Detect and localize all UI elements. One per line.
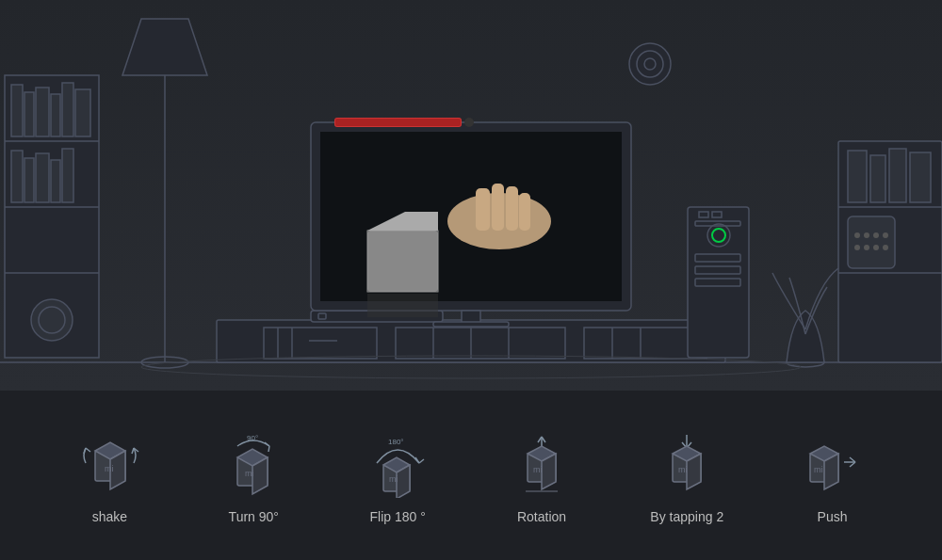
svg-rect-9 [62,83,73,136]
svg-rect-6 [24,92,34,136]
svg-rect-11 [11,151,23,202]
svg-rect-23 [264,328,377,359]
svg-rect-8 [51,94,60,136]
flip180-label: Flip 180 ° [369,509,425,524]
svg-rect-5 [11,85,23,136]
svg-point-76 [854,245,860,250]
svg-rect-13 [36,153,49,202]
rotation-label: Rotation [517,509,566,524]
action-turn90: 90° mi Turn 90° [219,427,289,524]
tapping2-label: By tapping 2 [650,509,723,524]
svg-point-73 [864,232,869,238]
action-tapping2: mi By tapping 2 [650,427,723,524]
svg-point-52 [464,118,474,127]
svg-text:mi: mi [389,474,398,484]
action-bar: mi shake 90° [0,391,942,560]
svg-text:mi: mi [814,465,823,474]
tapping2-icon: mi [652,427,723,498]
svg-rect-67 [848,151,867,202]
shake-icon: mi [74,427,145,498]
svg-text:90°: 90° [247,434,258,442]
svg-rect-14 [51,160,60,202]
svg-text:mi: mi [678,465,688,474]
svg-rect-27 [396,328,565,359]
svg-point-16 [31,299,73,341]
svg-rect-51 [335,119,461,126]
push-icon: mi [797,427,868,498]
svg-rect-10 [75,89,90,136]
svg-text:mi: mi [245,469,254,478]
svg-rect-54 [433,322,509,327]
svg-rect-40 [367,231,438,292]
rotation-icon: mi [507,427,577,498]
svg-point-79 [883,245,888,250]
svg-rect-69 [889,149,906,202]
push-label: Push [818,509,848,524]
svg-text:mi: mi [105,464,114,473]
svg-point-75 [883,232,888,238]
svg-rect-12 [24,158,34,202]
svg-rect-71 [848,216,895,268]
svg-point-74 [873,232,879,238]
action-rotation: mi Rotation [507,427,577,524]
svg-rect-70 [910,152,931,202]
svg-text:180°: 180° [388,438,404,446]
room-scene: .room-stroke { stroke: #4a5060; stroke-w… [0,0,942,391]
action-push: mi Push [797,427,868,524]
svg-rect-44 [367,294,438,317]
svg-point-81 [629,43,671,85]
turn90-label: Turn 90° [229,509,279,524]
svg-point-78 [873,245,879,250]
svg-point-72 [854,232,860,238]
svg-rect-49 [519,193,530,231]
action-shake: mi shake [74,427,145,524]
svg-rect-68 [870,155,885,202]
svg-rect-15 [62,149,73,202]
shake-label: shake [92,509,127,524]
svg-rect-48 [506,186,518,231]
svg-rect-46 [476,188,490,231]
svg-rect-7 [36,88,49,136]
turn90-icon: 90° mi [219,427,289,498]
svg-marker-20 [122,19,207,75]
action-flip180: 180° mi Flip 180 ° [363,427,433,524]
svg-rect-47 [492,184,504,231]
svg-text:mi: mi [533,465,543,474]
flip180-icon: 180° mi [363,427,433,498]
svg-point-77 [864,245,869,250]
